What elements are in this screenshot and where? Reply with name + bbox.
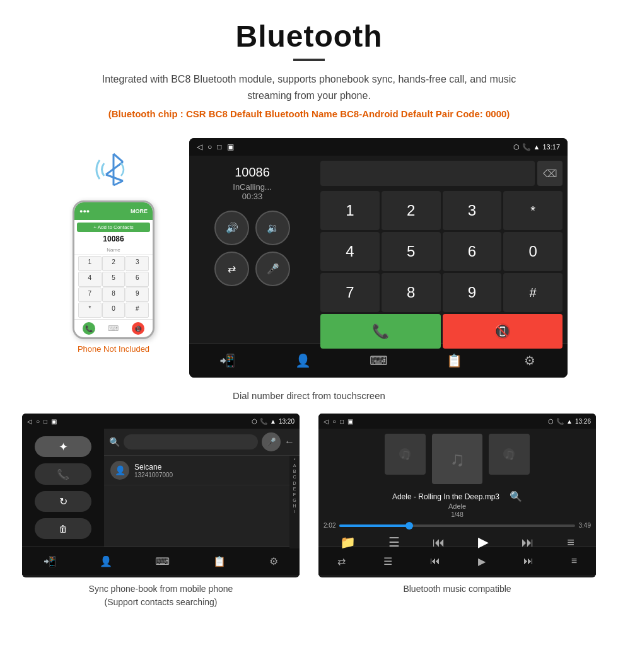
num-2[interactable]: 2 bbox=[382, 191, 441, 230]
transfer-button[interactable]: ⇄ bbox=[214, 252, 249, 286]
num-7[interactable]: 7 bbox=[320, 273, 380, 312]
pb-nav-log[interactable]: 📋 bbox=[213, 555, 226, 567]
pb-nav-contacts[interactable]: 👤 bbox=[100, 555, 112, 567]
contacts-empty-space bbox=[104, 485, 289, 548]
mic-icon: 🎤 bbox=[267, 263, 279, 275]
key-4[interactable]: 4 bbox=[78, 272, 102, 287]
dial-input-field[interactable] bbox=[320, 161, 535, 186]
alpha-f: F bbox=[293, 492, 296, 497]
num-star[interactable]: * bbox=[503, 191, 563, 230]
delete-sidebar-btn[interactable]: 🗑 bbox=[35, 518, 91, 539]
music-recent-icon: □ bbox=[340, 418, 344, 425]
num-8[interactable]: 8 bbox=[382, 273, 441, 312]
key-5[interactable]: 5 bbox=[102, 272, 125, 287]
phonebook-mic-button[interactable]: 🎤 bbox=[262, 432, 281, 451]
equalizer-icon[interactable]: ≡ bbox=[567, 535, 574, 550]
bt-button[interactable]: ✦ bbox=[35, 436, 91, 457]
nav-settings[interactable]: ⚙ bbox=[517, 348, 542, 373]
music-status-right: ⬡ 📞 ▲ 13:26 bbox=[548, 418, 591, 425]
num-6[interactable]: 6 bbox=[443, 232, 502, 271]
pb-time: 13:20 bbox=[279, 418, 294, 425]
num-1[interactable]: 1 bbox=[320, 191, 380, 230]
nav-keypad[interactable]: ⌨ bbox=[366, 348, 391, 373]
alpha-star: * bbox=[294, 457, 296, 463]
pb-nav-keypad[interactable]: ⌨ bbox=[155, 555, 170, 567]
key-1[interactable]: 1 bbox=[78, 256, 102, 271]
music-nav-prev[interactable]: ⏮ bbox=[430, 555, 440, 567]
folder-icon[interactable]: 📁 bbox=[340, 535, 356, 550]
volume-down-button[interactable]: 🔉 bbox=[255, 211, 290, 245]
svg-line-1 bbox=[114, 154, 123, 162]
music-time-current: 2:02 bbox=[324, 522, 335, 529]
music-nav-shuffle[interactable]: ⇄ bbox=[337, 555, 346, 567]
dialpad-caption: Dial number direct from touchscreen bbox=[233, 390, 385, 401]
call-controls: 🔊 🔉 ⇄ 🎤 bbox=[214, 211, 290, 286]
phonebook-caption: Sync phone-book from mobile phone (Suppo… bbox=[89, 582, 233, 609]
nav-phone-log[interactable]: 📋 bbox=[441, 348, 467, 373]
music-progress-bar[interactable] bbox=[339, 524, 574, 527]
music-nav-next[interactable]: ⏭ bbox=[523, 555, 533, 567]
phone-call-button[interactable]: 📞 bbox=[83, 322, 95, 335]
next-track-button[interactable]: ⏭ bbox=[522, 535, 534, 550]
music-player-layout: ♫ ♫ bbox=[318, 429, 596, 547]
num-5[interactable]: 5 bbox=[382, 232, 441, 271]
album-right: ♫ bbox=[489, 434, 530, 484]
key-7[interactable]: 7 bbox=[78, 287, 102, 303]
call-end-button[interactable]: 📵 bbox=[443, 314, 563, 349]
phone-call-sidebar-btn[interactable]: 📞 bbox=[35, 463, 91, 484]
call-timer-display: 00:33 bbox=[242, 192, 263, 201]
pb-content-row: 👤 Seicane 13241007000 bbox=[104, 456, 300, 548]
pb-nav-calls[interactable]: 📲 bbox=[44, 555, 56, 567]
dial-backspace-button[interactable]: ⌫ bbox=[537, 161, 563, 186]
numpad-panel: ⌫ 1 2 3 * 4 5 6 0 7 8 9 bbox=[315, 156, 568, 343]
key-6[interactable]: 6 bbox=[125, 272, 149, 287]
num-0[interactable]: 0 bbox=[503, 232, 563, 271]
music-nav-list[interactable]: ☰ bbox=[383, 555, 392, 567]
music-android-screen: ◁ ○ □ ▣ ⬡ 📞 ▲ 13:26 bbox=[318, 414, 596, 577]
prev-track-button[interactable]: ⏮ bbox=[433, 535, 445, 550]
contact-info: Seicane 13241007000 bbox=[134, 463, 173, 478]
phonebook-search-field[interactable] bbox=[124, 434, 258, 449]
phone-end-button[interactable]: 📵 bbox=[132, 322, 144, 335]
pb-nav-settings[interactable]: ⚙ bbox=[269, 555, 278, 567]
nav-call-transfer[interactable]: 📲 bbox=[214, 348, 240, 373]
music-nav-eq[interactable]: ≡ bbox=[571, 555, 577, 567]
mic-button[interactable]: 🎤 bbox=[255, 252, 290, 286]
music-card: ◁ ○ □ ▣ ⬡ 📞 ▲ 13:26 bbox=[315, 414, 599, 609]
num-hash[interactable]: # bbox=[503, 273, 563, 312]
key-2[interactable]: 2 bbox=[102, 256, 125, 271]
play-pause-button[interactable]: ▶ bbox=[478, 534, 489, 550]
playlist-icon[interactable]: ☰ bbox=[388, 535, 400, 550]
key-9[interactable]: 9 bbox=[125, 287, 149, 303]
call-answer-button[interactable]: 📞 bbox=[320, 314, 441, 349]
phonebook-back-icon[interactable]: ← bbox=[284, 436, 294, 448]
contact-row-seicane[interactable]: 👤 Seicane 13241007000 bbox=[104, 456, 289, 485]
phonebook-search-row: 🔍 🎤 ← bbox=[104, 429, 300, 456]
pb-contacts-list: 👤 Seicane 13241007000 bbox=[104, 456, 289, 548]
bluetooth-svg-icon bbox=[88, 144, 139, 195]
dialpad-android-screen: ◁ ○ □ ▣ ⬡ 📞 ▲ 13:17 10086 InCalling... bbox=[189, 138, 568, 378]
key-star[interactable]: * bbox=[78, 303, 102, 318]
key-hash[interactable]: # bbox=[125, 303, 149, 318]
music-controls: 📁 ☰ ⏮ ▶ ⏭ ≡ bbox=[324, 534, 591, 550]
dialpad-time: 13:17 bbox=[542, 143, 560, 151]
num-3[interactable]: 3 bbox=[443, 191, 502, 230]
pb-wifi: ▲ bbox=[270, 418, 276, 425]
num-4[interactable]: 4 bbox=[320, 232, 380, 271]
music-nav-play[interactable]: ▶ bbox=[478, 555, 486, 567]
key-3[interactable]: 3 bbox=[125, 256, 149, 271]
call-answer-icon: 📞 bbox=[372, 323, 389, 340]
pb-search-icon: 🔍 bbox=[109, 437, 120, 447]
music-search-icon[interactable]: 🔍 bbox=[510, 490, 522, 502]
phone-mockup: ●●● MORE + Add to Contacts 10086 Name 1 … bbox=[73, 200, 154, 339]
pb-signal: ⬡ bbox=[252, 418, 257, 425]
phonebook-layout: ✦ 📞 ↻ 🗑 bbox=[22, 429, 300, 547]
key-8[interactable]: 8 bbox=[102, 287, 125, 303]
nav-contacts[interactable]: 👤 bbox=[290, 348, 315, 373]
volume-up-button[interactable]: 🔊 bbox=[214, 211, 249, 245]
num-9[interactable]: 9 bbox=[443, 273, 502, 312]
key-0[interactable]: 0 bbox=[102, 303, 125, 318]
phone-sidebar-icon: 📞 bbox=[57, 468, 69, 480]
alpha-d: D bbox=[293, 480, 296, 486]
sync-sidebar-btn[interactable]: ↻ bbox=[35, 491, 91, 512]
